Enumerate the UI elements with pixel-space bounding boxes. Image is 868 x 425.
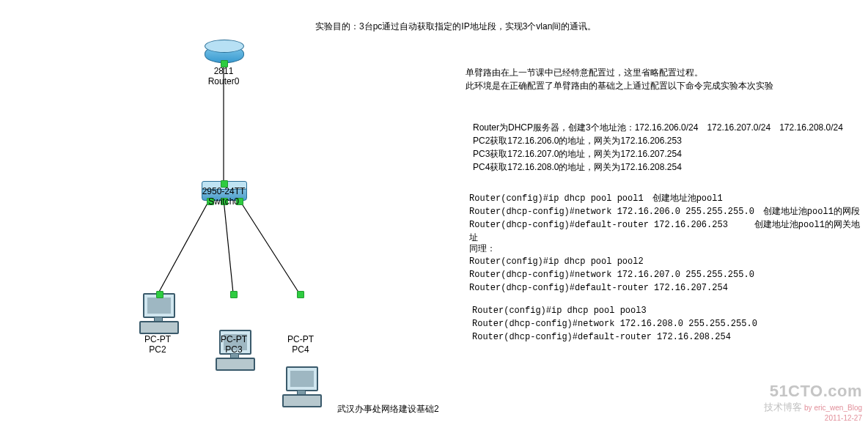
pc4-icon[interactable] [282, 366, 319, 403]
link-dot [297, 291, 304, 298]
svg-line-2 [224, 199, 233, 293]
router-model-label: 2811 [198, 66, 249, 76]
desc-line: PC3获取172.16.207.0的地址，网关为172.16.207.254 [473, 147, 861, 160]
cfg-line: Router(dhcp-config)#default-router 172.1… [469, 281, 865, 295]
config-pool2: 同理： Router(config)#ip dhcp pool pool2 Ro… [469, 242, 865, 295]
desc-line: PC4获取172.16.208.0的地址，网关为172.16.208.254 [473, 160, 861, 174]
desc-line: Router为DHCP服务器，创建3个地址池：172.16.206.0/24 1… [473, 121, 861, 134]
pc4-name-label: PC4 [279, 344, 323, 355]
cfg-line: Router(config)#ip dhcp pool pool3 [472, 304, 868, 317]
watermark-tagline: 技术博客 [764, 402, 802, 413]
switch-name-label: Switch0 [198, 196, 249, 207]
watermark-date: 2011-12-27 [764, 414, 862, 422]
router-name-label: Router0 [198, 76, 249, 86]
svg-line-1 [158, 199, 210, 293]
cfg-line: Router(dhcp-config)#network 172.16.206.0… [469, 205, 865, 218]
cfg-header: 同理： [469, 242, 865, 255]
cfg-line: Router(dhcp-config)#network 172.16.208.0… [472, 317, 868, 330]
cfg-line: Router(dhcp-config)#default-router 172.1… [472, 330, 868, 344]
intro-line: 此环境是在正确配置了单臂路由的基础之上通过配置以下命令完成实验本次实验 [466, 79, 861, 92]
pc2-type-label: PC-PT [136, 334, 180, 344]
desc-line: PC2获取172.16.206.0的地址，网关为172.16.206.253 [473, 134, 861, 147]
dhcp-description: Router为DHCP服务器，创建3个地址池：172.16.206.0/24 1… [473, 121, 861, 174]
link-dot [230, 291, 238, 298]
cfg-line: Router(config)#ip dhcp pool pool2 [469, 255, 865, 268]
config-pool1: Router(config)#ip dhcp pool pool1 创建地址池p… [469, 192, 865, 245]
watermark-byline: by eric_wen_Blog [804, 404, 862, 412]
intro-line: 单臂路由在上一节课中已经特意配置过，这里省略配置过程。 [466, 66, 861, 79]
watermark: 51CTO.com 技术博客 by eric_wen_Blog 2011-12-… [764, 382, 862, 422]
cfg-line: Router(config)#ip dhcp pool pool1 创建地址池p… [469, 192, 865, 205]
pc2-icon[interactable] [139, 293, 176, 330]
cfg-line: Router(dhcp-config)#network 172.16.207.0… [469, 268, 865, 281]
intro-text: 单臂路由在上一节课中已经特意配置过，这里省略配置过程。 此环境是在正确配置了单臂… [466, 66, 861, 92]
footer-text: 武汉办事处网络建设基础2 [337, 403, 439, 415]
pc4-type-label: PC-PT [279, 334, 323, 344]
pc2-name-label: PC2 [136, 344, 180, 355]
pc3-name-label: PC3 [212, 344, 256, 355]
watermark-site: 51CTO.com [764, 382, 862, 401]
link-dot [156, 291, 163, 298]
cfg-line: Router(dhcp-config)#default-router 172.1… [469, 218, 865, 245]
config-pool3: Router(config)#ip dhcp pool pool3 Router… [472, 304, 868, 344]
pc3-type-label: PC-PT [212, 334, 256, 344]
page-title: 实验目的：3台pc通过自动获取指定的IP地址段，实现3个vlan间的通讯。 [315, 21, 596, 33]
switch-model-label: 2950-24TT [198, 186, 249, 196]
svg-line-3 [239, 199, 299, 293]
